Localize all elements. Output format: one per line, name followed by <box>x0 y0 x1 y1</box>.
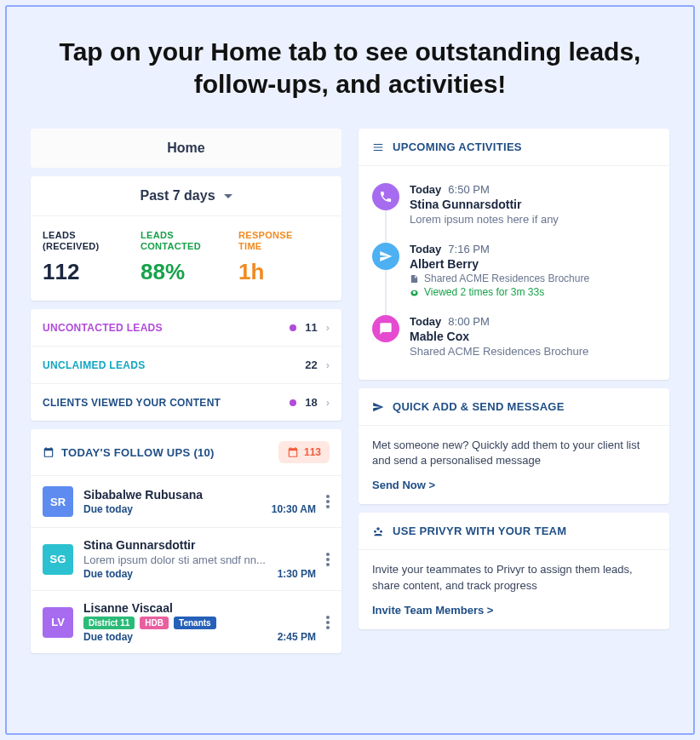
quick-add-text: Met someone new? Quickly add them to you… <box>372 438 656 468</box>
date-range-label: Past 7 days <box>140 188 215 204</box>
invite-team-link[interactable]: Invite Team Members > <box>372 604 493 617</box>
followup-item[interactable]: SG Stina Gunnarsdottir Lorem ipsum dolor… <box>31 528 341 591</box>
row-clients-viewed-content[interactable]: CLIENTS VIEWED YOUR CONTENT 18› <box>31 384 341 421</box>
chevron-right-icon: › <box>326 359 330 371</box>
followup-item[interactable]: SR Sibabalwe Rubusana Due today10:30 AM <box>31 476 341 528</box>
activity-item[interactable]: Today8:00 PM Mable Cox Shared ACME Resid… <box>372 307 656 366</box>
overdue-badge[interactable]: 113 <box>278 441 330 463</box>
chevron-down-icon <box>224 188 232 204</box>
tag: District 11 <box>83 617 135 629</box>
followups-header: TODAY'S FOLLOW UPS (10) <box>43 446 215 459</box>
followup-item[interactable]: LV Lisanne Viscaal District 11 HDB Tenan… <box>31 591 341 653</box>
more-menu-icon[interactable] <box>326 553 330 566</box>
list-icon <box>372 141 384 153</box>
glasses-icon <box>410 288 419 297</box>
tag: HDB <box>140 617 169 629</box>
stat-response-time: RESPONSETIME 1h <box>238 230 330 285</box>
document-icon <box>410 274 419 284</box>
stat-leads-contacted: LEADSCONTACTED 88% <box>141 230 232 285</box>
dot-indicator-icon <box>290 324 296 331</box>
avatar: SR <box>43 486 73 517</box>
calendar-icon <box>43 446 55 458</box>
send-now-link[interactable]: Send Now > <box>372 479 435 491</box>
chevron-right-icon: › <box>326 396 330 409</box>
chat-icon <box>372 315 399 342</box>
promo-headline: Tap on your Home tab to see outstanding … <box>39 36 661 100</box>
avatar: SG <box>43 544 73 575</box>
send-icon <box>372 243 399 270</box>
home-tab-header: Home <box>31 129 341 168</box>
chevron-right-icon: › <box>326 321 330 334</box>
activity-item[interactable]: Today7:16 PM Albert Berry Shared ACME Re… <box>372 234 656 307</box>
team-header: USE PRIVYR WITH YOUR TEAM <box>359 513 669 550</box>
more-menu-icon[interactable] <box>326 495 330 508</box>
tag: Tenants <box>174 617 216 629</box>
more-menu-icon[interactable] <box>326 616 330 629</box>
calendar-alert-icon <box>287 446 299 458</box>
date-range-selector[interactable]: Past 7 days <box>31 176 341 216</box>
avatar: LV <box>43 607 73 638</box>
team-text: Invite your teammates to Privyr to assig… <box>372 562 656 593</box>
row-uncontacted-leads[interactable]: UNCONTACTED LEADS 11› <box>31 309 341 347</box>
team-icon <box>372 525 384 537</box>
stat-leads-received: LEADS(RECEIVED) 112 <box>43 230 134 285</box>
send-icon <box>372 401 384 413</box>
upcoming-activities-header: UPCOMING ACTIVITIES <box>359 129 669 166</box>
row-unclaimed-leads[interactable]: UNCLAIMED LEADS 22› <box>31 347 341 384</box>
dot-indicator-icon <box>290 399 296 406</box>
quick-add-header: QUICK ADD & SEND MESSAGE <box>359 388 669 426</box>
phone-icon <box>372 183 399 210</box>
activity-item[interactable]: Today6:50 PM Stina Gunnarsdottir Lorem i… <box>372 175 656 234</box>
